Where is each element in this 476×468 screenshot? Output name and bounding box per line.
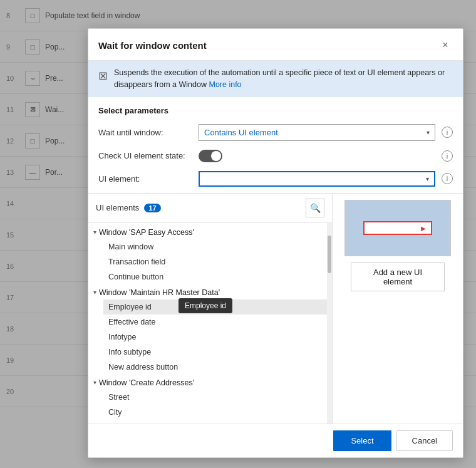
ui-elements-section: UI elements 17 🔍 ▾ Window 'SAP Easy Acce… <box>88 193 463 424</box>
ui-tree-panel: UI elements 17 🔍 ▾ Window 'SAP Easy Acce… <box>88 194 333 424</box>
ui-count-badge: 17 <box>144 204 160 212</box>
tree-item-label: Street <box>108 393 129 402</box>
tree-item-label: Info subtype <box>108 348 151 356</box>
wait-until-control: Contains UI element ▾ i <box>199 124 453 141</box>
preview-image: ▶ <box>344 200 451 256</box>
info-banner: ⊠ Suspends the execution of the automati… <box>88 61 463 97</box>
tree-scroll-container: ▾ Window 'SAP Easy Access' Main window T… <box>88 223 332 424</box>
select-button[interactable]: Select <box>333 430 391 451</box>
tree-item-infotype[interactable]: Infotype <box>103 330 327 345</box>
check-state-row: Check UI element state: i <box>88 145 463 167</box>
tree-item-continue-button[interactable]: Continue button <box>103 269 327 284</box>
chevron-icon: ▾ <box>93 379 96 386</box>
scrollbar-track[interactable] <box>327 223 332 424</box>
tree-item-label: State <box>108 423 127 424</box>
close-button[interactable]: × <box>438 38 453 53</box>
tree-item-state[interactable]: State <box>103 420 327 424</box>
tree-item-label: City <box>108 408 122 417</box>
tree-group-hr-items: Employee id Employee id Effective date I… <box>88 299 327 375</box>
tree-item-label: New address button <box>108 363 178 372</box>
tree-item-city[interactable]: City <box>103 405 327 420</box>
dropdown-value: Contains UI element <box>204 128 427 137</box>
more-info-link[interactable]: More info <box>209 80 241 89</box>
wait-for-window-dialog: Wait for window content × ⊠ Suspends the… <box>88 28 463 458</box>
tree-group-create-items: Street City State <box>88 390 327 424</box>
scrollbar-thumb[interactable] <box>328 236 331 273</box>
tree-group-create: ▾ Window 'Create Addresses' Street City <box>88 376 327 424</box>
tree-item-info-subtype[interactable]: Info subtype <box>103 345 327 360</box>
ui-elements-label: UI elements <box>96 203 139 212</box>
tree-item-street[interactable]: Street <box>103 390 327 405</box>
search-button[interactable]: 🔍 <box>306 199 324 217</box>
chevron-icon: ▾ <box>93 289 96 296</box>
tree-item-employee-id[interactable]: Employee id Employee id <box>103 299 327 315</box>
search-icon: 🔍 <box>310 203 321 213</box>
employee-id-tooltip: Employee id <box>178 298 232 313</box>
tree-item-label: Main window <box>108 242 153 251</box>
dialog-title: Wait for window content <box>98 40 207 51</box>
tree-item-label: Effective date <box>108 318 156 326</box>
tree-item-main-window[interactable]: Main window <box>103 239 327 254</box>
tree-group-hr: ▾ Window 'Maintain HR Master Data' Emplo… <box>88 286 327 375</box>
tree-group-hr-label: Window 'Maintain HR Master Data' <box>99 288 220 297</box>
ui-element-dropdown[interactable]: ▾ <box>199 171 435 187</box>
ui-element-info-icon[interactable]: i <box>442 173 453 184</box>
check-state-info-icon[interactable]: i <box>442 150 453 162</box>
tree-item-label: Transaction field <box>108 257 165 266</box>
dialog-footer: Select Cancel <box>88 424 463 457</box>
tree-group-create-label: Window 'Create Addresses' <box>99 378 194 387</box>
chevron-down-icon: ▾ <box>426 175 429 182</box>
check-state-control: i <box>199 150 453 162</box>
ui-elements-header: UI elements 17 🔍 <box>88 194 332 223</box>
check-state-toggle[interactable] <box>199 150 222 162</box>
tree-group-create-header[interactable]: ▾ Window 'Create Addresses' <box>88 376 327 390</box>
tree-item-new-address-button[interactable]: New address button <box>103 360 327 375</box>
tree-item-effective-date[interactable]: Effective date <box>103 315 327 330</box>
info-banner-icon: ⊠ <box>98 68 108 85</box>
info-banner-text: Suspends the execution of the automation… <box>114 67 453 91</box>
tree-item-label: Employee id <box>108 303 152 311</box>
wait-until-row: Wait until window: Contains UI element ▾… <box>88 120 463 145</box>
tree-container: ▾ Window 'SAP Easy Access' Main window T… <box>88 223 327 424</box>
ui-element-control: ▾ i <box>199 171 453 187</box>
tree-item-label: Continue button <box>108 273 163 281</box>
tree-group-hr-header[interactable]: ▾ Window 'Maintain HR Master Data' <box>88 286 327 299</box>
toggle-knob <box>211 151 221 161</box>
wait-until-info-icon[interactable]: i <box>442 127 453 138</box>
preview-panel: ▶ Add a new UI element <box>333 194 463 424</box>
preview-field: ▶ <box>363 221 432 235</box>
wait-until-dropdown[interactable]: Contains UI element ▾ <box>199 124 435 141</box>
wait-until-label: Wait until window: <box>98 128 199 137</box>
cancel-button[interactable]: Cancel <box>396 430 453 451</box>
add-element-button[interactable]: Add a new UI element <box>351 263 445 291</box>
preview-arrow-icon: ▶ <box>421 224 426 231</box>
ui-element-label: UI element: <box>98 174 199 184</box>
ui-element-row: UI element: ▾ i <box>88 167 463 190</box>
tree-item-label: Infotype <box>108 333 136 341</box>
tree-group-sap-header[interactable]: ▾ Window 'SAP Easy Access' <box>88 226 327 239</box>
dialog-header: Wait for window content × <box>88 29 463 61</box>
tree-group-sap-label: Window 'SAP Easy Access' <box>99 228 194 237</box>
tree-group-sap-items: Main window Transaction field Continue b… <box>88 239 327 284</box>
section-title: Select parameters <box>88 97 463 120</box>
tree-item-transaction-field[interactable]: Transaction field <box>103 254 327 269</box>
tree-group-sap: ▾ Window 'SAP Easy Access' Main window T… <box>88 226 327 284</box>
chevron-down-icon: ▾ <box>427 129 430 136</box>
chevron-icon: ▾ <box>93 229 96 236</box>
check-state-label: Check UI element state: <box>98 151 199 160</box>
